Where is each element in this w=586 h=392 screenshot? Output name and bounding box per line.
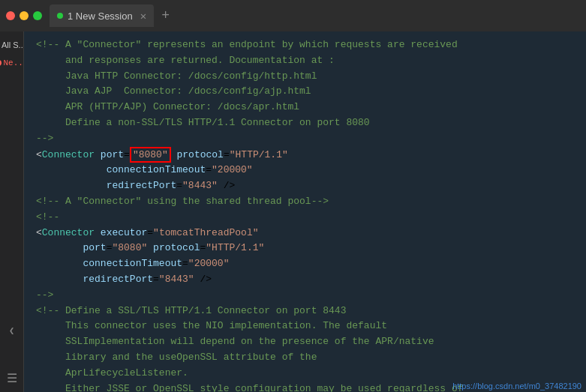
code-line-4: Java AJP Connector: /docs/config/ajp.htm…: [36, 84, 574, 100]
session-tab[interactable]: 1 New Session ✕: [50, 4, 154, 27]
maximize-button[interactable]: [33, 11, 42, 20]
code-line-22: AprLifecycleListener.: [36, 366, 574, 382]
close-button[interactable]: [6, 11, 15, 20]
code-line-1: <!-- A "Connector" represents an endpoin…: [36, 37, 574, 53]
main-layout: All S... Ne... ❮ ☰ <!-- A "Connector" re…: [0, 31, 586, 392]
sidebar-menu-icon[interactable]: ☰: [7, 371, 17, 386]
code-line-8: <Connector port="8080" protocol="HTTP/1.…: [36, 147, 574, 163]
code-line-19: This connector uses the NIO implementati…: [36, 319, 574, 334]
tab-status-dot: [57, 13, 63, 19]
window-controls: [6, 11, 42, 20]
code-line-11: <!-- A "Connector" using the shared thre…: [36, 194, 574, 210]
minimize-button[interactable]: [20, 11, 29, 20]
code-line-2: and responses are returned. Documentatio…: [36, 53, 574, 69]
code-editor[interactable]: <!-- A "Connector" represents an endpoin…: [24, 31, 586, 392]
tab-bar: 1 New Session ✕ +: [50, 4, 174, 27]
code-line-18: <!-- Define a SSL/TLS HTTP/1.1 Connector…: [36, 304, 574, 319]
sidebar-item-all-sessions[interactable]: All S...: [0, 37, 23, 52]
code-line-9: connectionTimeout="20000": [36, 163, 574, 178]
code-line-5: APR (HTTP/AJP) Connector: /docs/apr.html: [36, 100, 574, 115]
code-line-15: connectionTimeout="20000": [36, 256, 574, 272]
watermark: https://blog.csdn.net/m0_37482190: [452, 382, 581, 391]
code-line-16: redirectPort="8443" />: [36, 272, 574, 288]
session-status-dot: [0, 60, 2, 66]
code-line-14: port="8080" protocol="HTTP/1.1": [36, 241, 574, 256]
code-line-21: library and the useOpenSSL attribute of …: [36, 350, 574, 366]
code-line-10: redirectPort="8443" />: [36, 178, 574, 194]
tab-label: 1 New Session: [68, 10, 133, 22]
code-line-17: -->: [36, 288, 574, 304]
add-tab-button[interactable]: +: [157, 9, 174, 22]
code-line-7: -->: [36, 131, 574, 147]
sidebar-collapse-button[interactable]: ❮: [9, 325, 14, 337]
code-line-13: <Connector executor="tomcatThreadPool": [36, 226, 574, 241]
code-line-6: Define a non-SSL/TLS HTTP/1.1 Connector …: [36, 115, 574, 131]
code-line-3: Java HTTP Connector: /docs/config/http.h…: [36, 69, 574, 85]
title-bar: 1 New Session ✕ +: [0, 0, 586, 31]
code-line-12: <!--: [36, 210, 574, 226]
sidebar: All S... Ne... ❮ ☰: [0, 31, 24, 392]
code-line-20: SSLImplementation will depend on the pre…: [36, 334, 574, 350]
tab-close-icon[interactable]: ✕: [140, 10, 146, 22]
